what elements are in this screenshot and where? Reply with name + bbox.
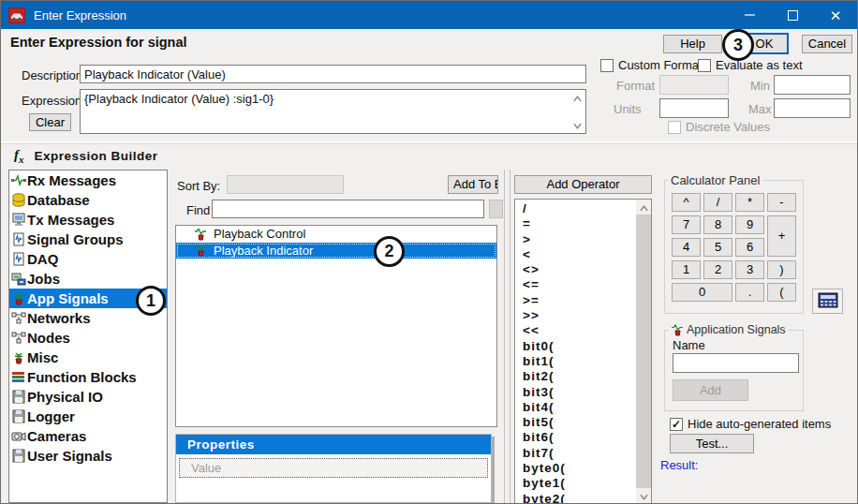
- sidebar-item[interactable]: DAQ: [9, 249, 167, 269]
- name-input[interactable]: [673, 353, 799, 373]
- calculator-panel-title: Calculator Panel: [668, 173, 762, 187]
- operator-item[interactable]: <=: [515, 277, 635, 292]
- sort-by-dropdown[interactable]: [227, 175, 344, 194]
- chevron-down-icon: [640, 489, 648, 503]
- operator-item[interactable]: byte0(: [515, 461, 635, 476]
- calc-key-2[interactable]: 2: [703, 260, 732, 279]
- operator-item[interactable]: >: [515, 232, 635, 247]
- signal-list[interactable]: Playback Control Playback Indicator: [175, 225, 497, 427]
- calc-key-7[interactable]: 7: [672, 215, 701, 234]
- discrete-values-box[interactable]: [668, 121, 681, 134]
- chevron-up-icon: [640, 200, 648, 215]
- calc-key-8[interactable]: 8: [703, 215, 732, 234]
- panel-divider[interactable]: [504, 170, 505, 503]
- operator-item[interactable]: <: [515, 247, 635, 262]
- operator-scrollbar[interactable]: [636, 200, 651, 503]
- calc-key-div[interactable]: /: [703, 193, 732, 212]
- sidebar-item[interactable]: Tx Messages: [9, 210, 167, 230]
- operator-item[interactable]: bit1(: [515, 354, 635, 369]
- calc-key-0[interactable]: 0: [672, 283, 732, 302]
- minimize-button[interactable]: [728, 1, 771, 29]
- sidebar-item[interactable]: Misc: [9, 348, 167, 367]
- chevron-up-icon[interactable]: [573, 91, 582, 105]
- category-list[interactable]: Rx Messages Database Tx Messages Signal …: [8, 170, 168, 503]
- units-input[interactable]: [659, 98, 729, 118]
- min-input[interactable]: [774, 75, 851, 95]
- operator-item[interactable]: bit0(: [515, 339, 635, 354]
- calc-key-3[interactable]: 3: [735, 260, 764, 279]
- scroll-down-button[interactable]: [636, 488, 651, 503]
- property-row-value[interactable]: Value: [179, 458, 488, 478]
- calc-key-lparen[interactable]: (: [767, 283, 796, 302]
- operator-list[interactable]: / = > < <> <=: [514, 199, 652, 504]
- calc-key-mul[interactable]: *: [735, 193, 764, 212]
- custom-format-checkbox[interactable]: Custom Format: [600, 58, 703, 72]
- expression-input[interactable]: {Playback Indicator (Value) :sig1-0}: [80, 89, 586, 134]
- operator-item[interactable]: <<: [515, 323, 635, 338]
- sidebar-item[interactable]: Rx Messages: [9, 170, 167, 190]
- clear-button[interactable]: Clear: [29, 113, 71, 131]
- calc-key-6[interactable]: 6: [735, 238, 764, 257]
- find-input[interactable]: [212, 200, 484, 218]
- operator-item[interactable]: >>: [515, 308, 635, 323]
- test-button[interactable]: Test...: [670, 434, 754, 453]
- chevron-down-icon[interactable]: [573, 118, 582, 132]
- close-button[interactable]: ✕: [814, 1, 857, 29]
- add-operator-button[interactable]: Add Operator: [514, 175, 652, 194]
- sidebar-item[interactable]: Logger: [9, 407, 167, 426]
- database-icon: [11, 193, 26, 207]
- evaluate-as-text-checkbox[interactable]: Evaluate as text: [698, 58, 803, 72]
- sidebar-item[interactable]: Database: [9, 190, 167, 210]
- title-bar[interactable]: Enter Expression ✕: [1, 1, 857, 29]
- discrete-values-checkbox[interactable]: Discrete Values: [668, 120, 770, 134]
- calc-key-1[interactable]: 1: [672, 260, 701, 279]
- hide-auto-generated-box[interactable]: ✓: [670, 418, 683, 431]
- splitter-grip[interactable]: [489, 200, 503, 218]
- cancel-button[interactable]: Cancel: [802, 35, 852, 53]
- operator-item[interactable]: bit4(: [515, 400, 635, 415]
- help-button[interactable]: Help: [663, 35, 722, 53]
- operator-item[interactable]: <>: [515, 262, 635, 277]
- operator-item[interactable]: bit2(: [515, 369, 635, 384]
- operator-item[interactable]: byte1(: [515, 476, 635, 491]
- calc-key-pow[interactable]: ^: [672, 193, 701, 212]
- calc-key-4[interactable]: 4: [672, 238, 701, 257]
- hide-auto-generated-checkbox[interactable]: ✓ Hide auto-generated items: [670, 417, 831, 431]
- calc-key-9[interactable]: 9: [735, 215, 764, 234]
- operator-item[interactable]: =: [515, 216, 635, 231]
- sidebar-item[interactable]: Function Blocks: [9, 367, 167, 387]
- operator-item[interactable]: >=: [515, 293, 635, 308]
- description-input[interactable]: Playback Indicator (Value): [80, 65, 586, 83]
- calc-key-rparen[interactable]: ): [767, 260, 796, 279]
- operator-item[interactable]: byte2(: [515, 492, 635, 504]
- operator-item[interactable]: /: [515, 201, 635, 216]
- max-input[interactable]: [774, 98, 851, 118]
- calc-key-sub[interactable]: -: [767, 193, 796, 212]
- sidebar-item[interactable]: Jobs: [9, 269, 167, 289]
- signal-list-item[interactable]: Playback Control: [176, 226, 496, 243]
- add-button[interactable]: Add: [673, 379, 748, 401]
- expression-scrollbar[interactable]: [570, 91, 584, 132]
- sidebar-item[interactable]: Nodes: [9, 328, 167, 348]
- calc-key-dot[interactable]: .: [735, 283, 764, 302]
- operator-item[interactable]: bit5(: [515, 415, 635, 430]
- calc-key-5[interactable]: 5: [703, 238, 732, 257]
- calculator-popup-button[interactable]: [812, 289, 843, 314]
- panel-divider[interactable]: [510, 170, 510, 503]
- custom-format-box[interactable]: [600, 59, 614, 72]
- maximize-button[interactable]: [771, 1, 814, 29]
- sidebar-item[interactable]: Signal Groups: [9, 230, 167, 249]
- format-dropdown[interactable]: [659, 75, 729, 95]
- sidebar-item[interactable]: Physical IO: [9, 387, 167, 407]
- plant-wave-icon: [671, 324, 685, 336]
- sidebar-item[interactable]: Cameras: [9, 426, 167, 446]
- operator-item[interactable]: bit6(: [515, 430, 635, 445]
- sidebar-item[interactable]: User Signals: [9, 446, 167, 466]
- operator-item[interactable]: bit7(: [515, 446, 635, 461]
- operator-item[interactable]: bit3(: [515, 385, 635, 400]
- add-to-expression-button[interactable]: Add To Ex: [448, 175, 498, 194]
- calc-key-plus[interactable]: +: [767, 215, 796, 257]
- scroll-up-button[interactable]: [636, 200, 651, 215]
- signal-list-item[interactable]: Playback Indicator: [176, 243, 496, 259]
- evaluate-as-text-box[interactable]: [698, 59, 711, 72]
